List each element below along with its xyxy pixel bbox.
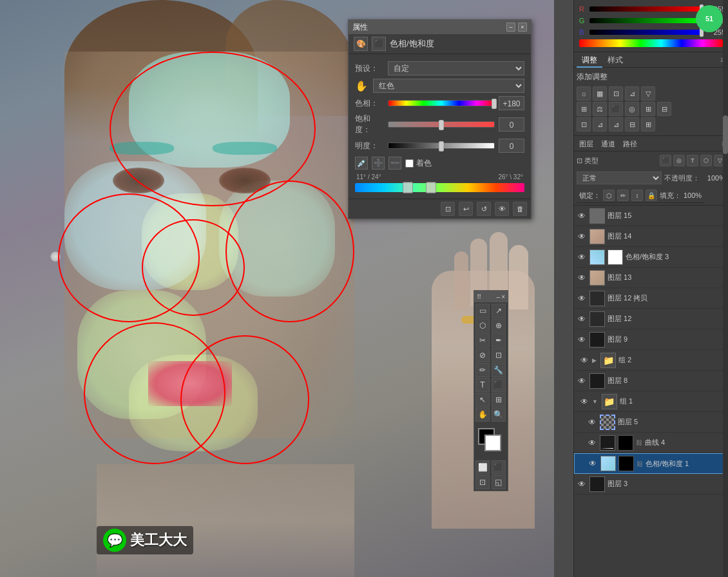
layer-item-group2[interactable]: 👁 ▶ 📁 组 2 xyxy=(574,350,728,371)
tools-close-btn[interactable]: × xyxy=(501,293,505,300)
bw-btn[interactable]: ⬛ xyxy=(609,102,623,116)
layer-item-12copy[interactable]: 👁 图层 12 拷贝 xyxy=(574,288,728,309)
layer-item-9[interactable]: 👁 图层 9 xyxy=(574,329,728,350)
layer-item-8[interactable]: 👁 图层 8 xyxy=(574,371,728,391)
layer-14-vis-btn[interactable]: 👁 xyxy=(577,231,587,242)
levels-btn[interactable]: ▦ xyxy=(593,86,607,101)
threshold-btn[interactable]: ⊿ xyxy=(609,117,623,132)
properties-collapse-btn[interactable]: – xyxy=(506,23,515,32)
layers-scrollbar-thumb[interactable] xyxy=(723,115,728,154)
saturation-slider-container[interactable] xyxy=(388,119,495,130)
layer-15-vis-btn[interactable]: 👁 xyxy=(577,211,587,221)
layer-item-14[interactable]: 👁 图层 14 xyxy=(574,226,728,247)
path-select-btn[interactable]: ↖ xyxy=(475,393,490,407)
spectrum-bar[interactable] xyxy=(579,39,723,47)
huesat3-vis-btn[interactable]: 👁 xyxy=(577,252,587,262)
crop-tool-btn[interactable]: ✂ xyxy=(475,333,490,347)
tab-layers[interactable]: 图层 xyxy=(575,136,597,152)
tab-channels[interactable]: 通道 xyxy=(597,136,619,152)
tools-collapse-btn[interactable]: – xyxy=(497,293,501,300)
curves-btn[interactable]: ⊡ xyxy=(609,86,623,101)
preset-select[interactable]: 自定 xyxy=(388,61,524,75)
layer-5-vis-btn[interactable]: 👁 xyxy=(587,417,597,427)
r-slider-track[interactable] xyxy=(589,6,704,12)
brightness-contrast-btn[interactable]: ☼ xyxy=(577,86,591,101)
layer-item-curves4[interactable]: 👁 ⛓ 曲线 4 xyxy=(574,433,728,453)
color-range-bar[interactable] xyxy=(355,183,524,192)
g-slider-track[interactable] xyxy=(589,18,704,23)
group1-expand-arrow[interactable]: ▼ xyxy=(592,398,598,405)
layers-scrollbar[interactable] xyxy=(723,0,728,577)
lasso-tool-btn[interactable]: ⬡ xyxy=(475,318,490,333)
group1-vis-btn[interactable]: 👁 xyxy=(579,396,589,407)
posterize-btn[interactable]: ⊿ xyxy=(593,117,607,132)
type-tool-btn[interactable]: T xyxy=(475,378,490,392)
delete-btn[interactable]: 🗑 xyxy=(513,202,527,216)
group2-expand-arrow[interactable]: ▶ xyxy=(592,357,597,364)
brightness-slider-thumb[interactable] xyxy=(439,141,444,152)
hue-slider-thumb[interactable] xyxy=(492,99,497,109)
gradient-map-btn[interactable]: ⊟ xyxy=(625,117,639,132)
filter-type-btn[interactable]: T xyxy=(687,155,698,166)
tool-btn-1[interactable]: ⊡ xyxy=(475,475,490,489)
move-tool-btn[interactable]: ↗ xyxy=(492,304,506,318)
layer-item-huesat3[interactable]: 👁 色相/饱和度 3 xyxy=(574,247,728,268)
clone-stamp-btn[interactable]: 🔧 xyxy=(492,363,506,377)
eyedropper-sample-btn[interactable]: 💉 xyxy=(355,157,368,170)
pen-tool-btn[interactable]: ✏ xyxy=(475,363,490,377)
quick-mask-btn[interactable]: ⬜ xyxy=(475,460,490,474)
brightness-slider-container[interactable] xyxy=(388,140,495,152)
hand-tool-btn[interactable]: ✋ xyxy=(475,407,490,422)
eyedropper-tool-btn[interactable]: ✒ xyxy=(492,333,506,347)
brush-tool-btn[interactable]: ⊡ xyxy=(492,348,506,362)
layer-item-group1[interactable]: 👁 ▼ 📁 组 1 xyxy=(574,391,728,412)
previous-state-btn[interactable]: ↩ xyxy=(459,202,473,216)
b-slider-track[interactable] xyxy=(589,30,704,35)
photo-filter-btn[interactable]: ◎ xyxy=(625,102,639,116)
color-balance-btn[interactable]: ⚖ xyxy=(593,102,607,116)
layer-item-5[interactable]: 👁 图层 5 xyxy=(574,412,728,433)
visibility-btn[interactable]: 👁 xyxy=(495,202,509,216)
lock-all-btn[interactable]: 🔒 xyxy=(646,190,657,201)
layer-item-huesat1[interactable]: 👁 ⛓ 色相/饱和度 1 xyxy=(574,453,728,474)
channel-mixer-btn[interactable]: ⊞ xyxy=(641,102,655,116)
properties-close-btn[interactable]: × xyxy=(518,23,527,32)
screen-mode-btn[interactable]: ⬛ xyxy=(492,460,506,474)
layer-item-12[interactable]: 👁 图层 12 xyxy=(574,309,728,329)
tab-style[interactable]: 样式 xyxy=(602,52,628,68)
brightness-value[interactable]: 0 xyxy=(499,139,524,153)
hue-slider-container[interactable] xyxy=(388,97,495,109)
lock-position-btn[interactable]: ↕ xyxy=(631,190,643,201)
zoom-tool-btn[interactable]: 🔍 xyxy=(492,407,506,422)
hue-sat-btn[interactable]: ⊞ xyxy=(577,102,591,116)
marquee-tool-btn[interactable]: ▭ xyxy=(475,304,490,318)
layer-9-vis-btn[interactable]: 👁 xyxy=(577,335,587,345)
color-preview-circle[interactable]: 51 xyxy=(696,5,723,32)
layer-12-vis-btn[interactable]: 👁 xyxy=(577,314,587,324)
color-lookup-btn[interactable]: ⊟ xyxy=(657,102,671,116)
huesat1-vis-btn[interactable]: 👁 xyxy=(588,458,598,469)
tab-paths[interactable]: 路径 xyxy=(619,136,641,152)
lock-pixels-btn[interactable]: ✏ xyxy=(617,190,629,201)
heal-tool-btn[interactable]: ⊘ xyxy=(475,348,490,362)
filter-shape-btn[interactable]: ⬡ xyxy=(700,155,712,166)
layer-13-vis-btn[interactable]: 👁 xyxy=(577,273,587,283)
reset-btn[interactable]: ↺ xyxy=(477,202,491,216)
channel-select[interactable]: 红色 全图 黄色 绿色 青色 蓝色 洋红 xyxy=(373,79,524,93)
filter-adj-btn[interactable]: ◎ xyxy=(673,155,685,166)
eyedropper-remove-btn[interactable]: ➖ xyxy=(388,157,401,170)
background-color[interactable] xyxy=(484,435,501,451)
clip-to-layer-btn[interactable]: ⊡ xyxy=(441,202,455,216)
blend-mode-select[interactable]: 正常 溶解 正片叠底 xyxy=(577,171,662,184)
gradient-tool-btn[interactable]: ⊞ xyxy=(492,393,506,407)
layer-item-3[interactable]: 👁 图层 3 xyxy=(574,474,728,494)
layer-3-vis-btn[interactable]: 👁 xyxy=(577,479,587,489)
exposure-btn[interactable]: ⊿ xyxy=(625,86,639,101)
vibrance-btn[interactable]: ▽ xyxy=(641,86,655,101)
tab-adjustments[interactable]: 调整 xyxy=(577,52,602,68)
filter-pixel-btn[interactable]: ⬛ xyxy=(660,155,671,166)
saturation-value[interactable]: 0 xyxy=(499,117,524,132)
hue-value[interactable]: +180 xyxy=(499,96,524,110)
selective-color-btn[interactable]: ⊞ xyxy=(641,117,655,132)
tool-btn-2[interactable]: ◱ xyxy=(492,475,506,489)
